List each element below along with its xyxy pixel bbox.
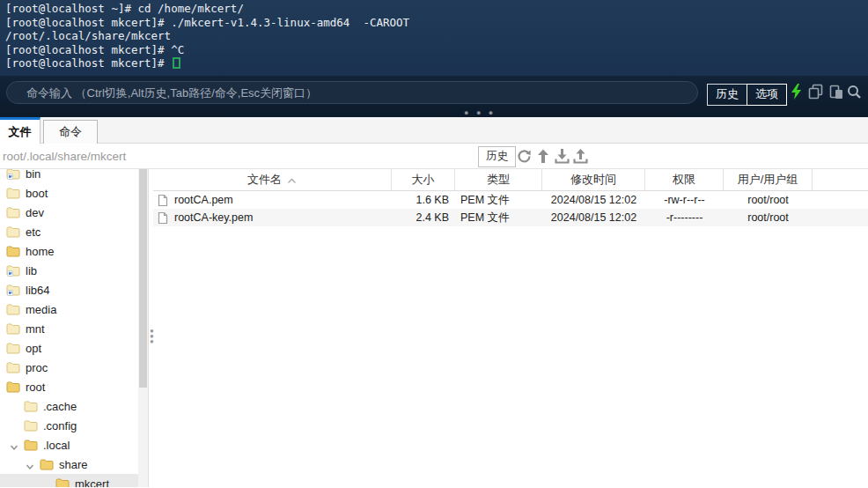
tree-scrollbar-thumb[interactable] <box>139 169 147 388</box>
folder-icon <box>6 303 20 315</box>
tree-item-config[interactable]: .config <box>0 416 138 435</box>
table-row-rootCA.pem[interactable]: rootCA.pem1.6 KBPEM 文件2024/08/15 12:02-r… <box>153 191 868 209</box>
column-header-4[interactable]: 修改时间 <box>542 169 645 190</box>
tab-files[interactable]: 文件 <box>0 117 40 144</box>
tree-item-lib[interactable]: lib <box>0 261 138 280</box>
command-bar: 历史 选项 ● ● ● <box>0 76 868 117</box>
tree-item-root[interactable]: root <box>0 377 138 396</box>
cell-type: PEM 文件 <box>455 193 542 208</box>
tree-item-label: share <box>59 458 88 471</box>
path-input[interactable] <box>0 145 467 166</box>
file-table: 文件名大小类型修改时间权限用户/用户组 rootCA.pem1.6 KBPEM … <box>153 169 868 487</box>
tree-item-bin[interactable]: bin <box>0 169 138 183</box>
search-icon[interactable] <box>846 84 862 103</box>
tree-item-home[interactable]: home <box>0 241 138 261</box>
up-icon[interactable] <box>536 148 550 168</box>
command-history-button[interactable]: 历史 <box>707 84 747 106</box>
paste-icon[interactable] <box>828 84 844 103</box>
path-toolbar: 历史 <box>0 144 868 169</box>
terminal-line: [root@localhost mkcert]# <box>0 56 868 70</box>
tree-item-proc[interactable]: proc <box>0 358 138 377</box>
tree-item-label: dev <box>26 206 44 219</box>
folder-icon <box>24 419 38 432</box>
vertical-splitter-handle[interactable]: ●●● <box>150 329 154 344</box>
folder-icon <box>6 226 20 238</box>
folder-icon <box>6 361 20 373</box>
column-header-label: 大小 <box>412 172 435 188</box>
copy-icon[interactable] <box>807 84 825 103</box>
tree-item-label: .config <box>43 419 77 433</box>
tree-item-lib64[interactable]: lib64 <box>0 280 138 299</box>
tree-item-label: proc <box>26 361 48 374</box>
tree-item-label: .local <box>43 439 70 452</box>
tree-item-cache[interactable]: .cache <box>0 396 138 416</box>
vertical-splitter[interactable]: ●●● <box>148 169 153 487</box>
terminal-line: [root@localhost ~]# cd /home/mkcert/ <box>0 2 868 16</box>
tree-item-share[interactable]: share <box>0 455 138 474</box>
app-window: [root@localhost ~]# cd /home/mkcert/[roo… <box>0 0 868 488</box>
tree-item-mnt[interactable]: mnt <box>0 319 138 338</box>
folder-link-icon <box>6 169 20 180</box>
file-panel-content: binbootdevetchomeliblib64mediamntoptproc… <box>0 169 868 487</box>
tab-commands[interactable]: 命令 <box>43 120 98 144</box>
tree-item-label: etc <box>26 226 40 239</box>
tree-item-dev[interactable]: dev <box>0 203 138 222</box>
tree-item-label: lib64 <box>26 284 49 297</box>
folder-link-icon <box>6 284 20 296</box>
tree-scrollbar[interactable] <box>138 169 148 487</box>
cell-type: PEM 文件 <box>455 211 542 226</box>
directory-tree: binbootdevetchomeliblib64mediamntoptproc… <box>0 169 138 487</box>
sort-asc-icon <box>287 174 297 187</box>
folder-icon <box>24 400 38 412</box>
column-header-5[interactable]: 权限 <box>645 169 724 190</box>
column-header-label: 类型 <box>487 172 510 188</box>
table-row-rootCA-key.pem[interactable]: rootCA-key.pem2.4 KBPEM 文件2024/08/15 12:… <box>153 209 868 226</box>
tree-item-opt[interactable]: opt <box>0 338 138 358</box>
column-header-2[interactable]: 大小 <box>392 169 455 190</box>
terminal-pane[interactable]: [root@localhost ~]# cd /home/mkcert/[roo… <box>0 0 868 76</box>
tree-item-label: lib <box>26 264 37 277</box>
chevron-down-icon[interactable] <box>10 440 18 454</box>
folder-icon <box>6 342 20 354</box>
file-icon <box>158 194 168 207</box>
folder-icon <box>55 477 70 487</box>
chevron-down-icon[interactable] <box>26 460 34 473</box>
cell-owner: root/root <box>724 194 813 206</box>
tree-item-local[interactable]: .local <box>0 435 138 455</box>
horizontal-splitter-handle[interactable]: ● ● ● <box>464 110 496 115</box>
column-header-1[interactable]: 文件名 <box>153 169 392 190</box>
terminal-line: [root@localhost mkcert]# ^C <box>0 43 868 57</box>
column-header-3[interactable]: 类型 <box>455 169 542 190</box>
folder-icon <box>6 245 20 257</box>
file-panel: 文件 命令 历史 <box>0 117 868 488</box>
column-header-label: 修改时间 <box>570 172 616 188</box>
cell-mtime: 2024/08/15 12:02 <box>542 211 645 224</box>
tree-item-etc[interactable]: etc <box>0 222 138 241</box>
download-icon[interactable] <box>554 148 570 168</box>
command-input[interactable] <box>6 81 698 104</box>
tree-item-media[interactable]: media <box>0 299 138 319</box>
tree-item-label: media <box>26 303 56 316</box>
column-header-6[interactable]: 用户/用户组 <box>724 169 813 190</box>
cell-perm: -rw-r--r-- <box>645 194 724 206</box>
tree-item-boot[interactable]: boot <box>0 183 138 203</box>
upload-icon[interactable] <box>572 148 589 168</box>
file-icon <box>158 211 168 225</box>
folder-icon <box>24 439 38 451</box>
folder-icon <box>6 187 20 199</box>
folder-icon <box>6 381 20 393</box>
lightning-icon[interactable] <box>790 84 803 103</box>
cell-size: 1.6 KB <box>392 194 455 206</box>
file-table-body: rootCA.pem1.6 KBPEM 文件2024/08/15 12:02-r… <box>153 191 868 226</box>
file-name: rootCA-key.pem <box>174 211 253 224</box>
folder-icon <box>40 458 54 470</box>
command-options-button[interactable]: 选项 <box>747 84 787 106</box>
refresh-icon[interactable] <box>516 148 533 168</box>
tree-item-label: mkcert <box>75 477 109 488</box>
tree-item-label: home <box>26 245 55 258</box>
column-header-label: 权限 <box>673 172 695 188</box>
path-history-button[interactable]: 历史 <box>478 146 516 167</box>
tree-item-label: .cache <box>43 400 77 413</box>
tree-item-mkcert[interactable]: mkcert <box>0 474 138 487</box>
terminal-cursor <box>173 57 180 69</box>
